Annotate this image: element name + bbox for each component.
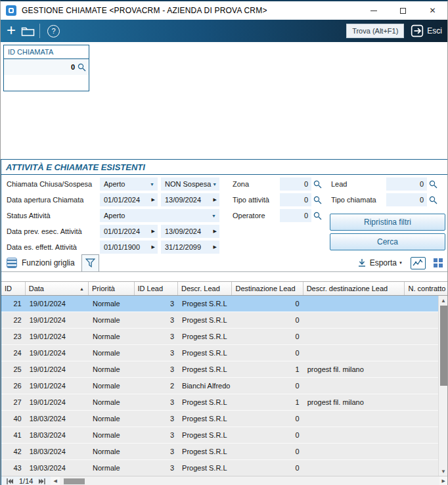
apertura-to-field[interactable]: 13/09/2024 ▶: [161, 193, 219, 206]
table-cell: Normale: [89, 394, 135, 410]
open-button[interactable]: [21, 26, 35, 37]
first-page-button[interactable]: [7, 478, 14, 484]
chevron-down-icon: ▼: [148, 182, 158, 187]
search-icon[interactable]: [429, 196, 437, 204]
chevron-down-icon: ▼: [211, 182, 220, 187]
last-page-button[interactable]: [38, 478, 45, 484]
grid-view-button[interactable]: [434, 258, 443, 267]
table-cell: 1: [232, 361, 303, 377]
tipo-chiamata-lookup[interactable]: 0: [386, 193, 437, 206]
tipo-attivita-lookup[interactable]: 0: [280, 193, 322, 206]
column-header[interactable]: N. contratto: [405, 282, 448, 295]
effett-to-field[interactable]: 31/12/2099 ▶: [161, 241, 219, 254]
column-header[interactable]: Descr. destinazione Lead: [303, 282, 405, 295]
table-row[interactable]: 2119/01/2024Normale3Progest S.R.L0: [1, 296, 448, 312]
table-cell: 18/03/2024: [26, 427, 89, 443]
date-picker-icon: ▶: [150, 244, 158, 250]
app-logo-ring: [9, 8, 14, 13]
cerca-button[interactable]: Cerca: [330, 233, 445, 250]
chevron-down-icon: ▼: [210, 214, 219, 218]
search-icon[interactable]: [78, 63, 86, 72]
maximize-icon: [400, 8, 406, 14]
close-button[interactable]: ✕: [418, 1, 447, 20]
status-dropdown[interactable]: Aperto ▼: [100, 209, 219, 222]
table-row[interactable]: 4018/03/2024Normale3Progest S.R.L0: [1, 411, 448, 427]
column-header[interactable]: Descr. Lead: [178, 282, 232, 295]
trova-button[interactable]: Trova (Alt+F1): [346, 24, 404, 38]
table-cell: 3: [135, 361, 179, 377]
table-row[interactable]: 2619/01/2024Normale2Bianchi Alfredo0: [1, 378, 448, 394]
grid-icon: [439, 264, 443, 267]
table-row[interactable]: 4319/03/2024Normale3Progest S.R.L0: [1, 460, 448, 476]
help-button[interactable]: ?: [47, 25, 60, 37]
table-row[interactable]: 2319/01/2024Normale3Progest S.R.L0: [1, 329, 448, 345]
zona-lookup[interactable]: 0: [280, 177, 322, 191]
chart-view-button[interactable]: [411, 257, 426, 269]
lead-lookup[interactable]: 0: [386, 177, 437, 191]
id-chiamata-field[interactable]: 0: [4, 59, 89, 75]
table-row[interactable]: 2219/01/2024Normale3Progest S.R.L0: [1, 312, 448, 329]
table-cell: 3: [135, 460, 179, 476]
prev-from-field[interactable]: 01/01/2024 ▶: [100, 225, 158, 238]
scroll-down-icon[interactable]: ▼: [439, 467, 448, 476]
table-cell: 2: [135, 378, 179, 394]
table-row[interactable]: 2719/01/2024Normale3Progest S.R.L1proges…: [1, 394, 448, 411]
scroll-left-icon[interactable]: ◀: [53, 478, 56, 484]
vertical-scrollbar[interactable]: ▲ ▼: [438, 296, 448, 476]
new-record-button[interactable]: +: [7, 22, 16, 38]
grid-functions-icon[interactable]: [7, 258, 17, 268]
table-header-row: IDData▲PrioritàID LeadDescr. LeadDestina…: [1, 281, 448, 296]
ripristina-filtri-button[interactable]: Ripristina filtri: [330, 214, 445, 231]
prev-to-field[interactable]: 13/09/2024 ▶: [161, 225, 219, 238]
search-icon[interactable]: [313, 180, 322, 189]
search-icon[interactable]: [429, 180, 437, 189]
esporta-button[interactable]: Esporta ▼: [357, 258, 411, 267]
column-header[interactable]: Destinazione Lead: [232, 282, 303, 295]
column-header[interactable]: ID Lead: [135, 282, 179, 295]
main-toolbar: + ? Trova (Alt+F1) Esci: [1, 20, 447, 42]
search-icon[interactable]: [313, 196, 322, 204]
maximize-button[interactable]: [388, 1, 418, 20]
table-cell: [303, 411, 405, 427]
grid-toolbar: Funzioni griglia Esporta ▼: [1, 254, 448, 272]
table-cell: 18/03/2024: [26, 411, 89, 427]
table-cell: 21: [1, 296, 26, 312]
tipo-attivita-value: 0: [280, 193, 311, 206]
operatore-lookup[interactable]: 0: [280, 209, 322, 222]
column-header[interactable]: Priorità: [89, 282, 135, 295]
plus-icon: +: [7, 21, 16, 39]
effett-from-field[interactable]: 01/01/1900 ▶: [100, 241, 158, 254]
esci-button[interactable]: Esci: [411, 24, 442, 37]
status-value: Aperto: [100, 212, 210, 219]
table-cell: progest fil. milano: [303, 394, 405, 410]
date-picker-icon: ▶: [212, 229, 219, 234]
apertura-from-field[interactable]: 01/01/2024 ▶: [100, 193, 158, 206]
sospesa-dropdown[interactable]: NON Sospesa ▼: [161, 177, 219, 191]
folder-icon: [21, 26, 35, 37]
column-header[interactable]: Data▲: [26, 282, 89, 295]
chiusa-dropdown[interactable]: Aperto ▼: [100, 177, 158, 191]
table-row[interactable]: 2419/01/2024Normale3Progest S.R.L0: [1, 345, 448, 361]
column-header[interactable]: ID: [1, 282, 26, 295]
table-cell: Normale: [89, 361, 135, 377]
scroll-right-icon[interactable]: ▶: [442, 478, 445, 484]
table-cell: 3: [135, 394, 179, 410]
filters-panel: Chiamata Chiusa/Sospesa Aperto ▼ NON Sos…: [1, 175, 448, 254]
table-row[interactable]: 2519/01/2024Normale3Progest S.R.L1proges…: [1, 361, 448, 378]
download-icon: [357, 258, 367, 267]
table-cell: 25: [1, 361, 26, 377]
window-title: GESTIONE CHIAMATE <PROVACRM - AZIENDA DI…: [22, 6, 267, 15]
table-cell: 3: [135, 427, 179, 443]
lead-label: Lead: [331, 177, 347, 191]
esci-label: Esci: [427, 26, 442, 35]
horizontal-scroll-thumb[interactable]: [64, 478, 85, 484]
table-cell: [303, 427, 405, 443]
table-row[interactable]: 4218/03/2024Normale3Progest S.R.L0: [1, 444, 448, 460]
horizontal-scrollbar[interactable]: [60, 476, 439, 485]
search-icon[interactable]: [313, 212, 322, 220]
filter-funnel-button[interactable]: [81, 254, 99, 271]
minimize-button[interactable]: [359, 1, 388, 20]
table-row[interactable]: 4118/03/2024Normale3Progest S.R.L0: [1, 427, 448, 444]
scroll-up-icon[interactable]: ▲: [439, 296, 448, 306]
vertical-scroll-thumb[interactable]: [440, 306, 447, 386]
